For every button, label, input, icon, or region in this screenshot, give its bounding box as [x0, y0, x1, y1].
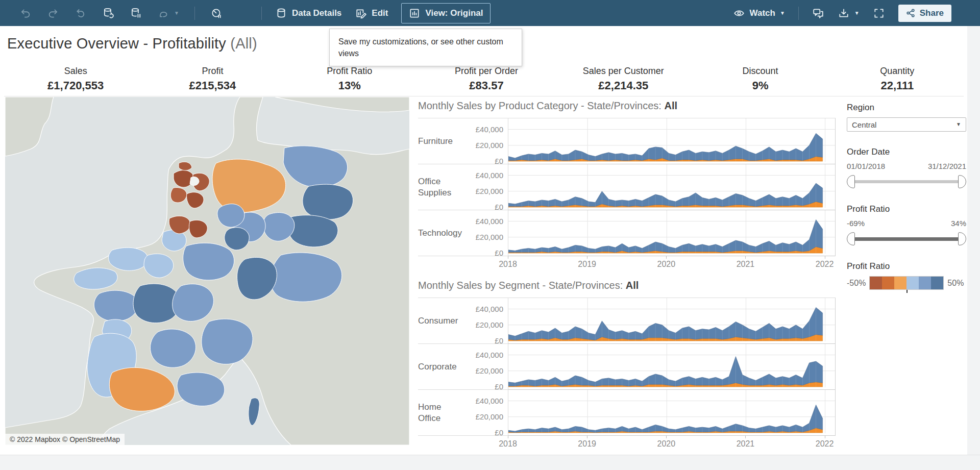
map-region[interactable]: [217, 204, 244, 228]
x-tick: [825, 436, 825, 438]
redo-icon[interactable]: [47, 7, 59, 19]
kpi-value: 9%: [692, 79, 828, 92]
download-button[interactable]: ▼: [838, 7, 860, 19]
kpi-value: £2,214.35: [555, 79, 692, 92]
toolbar-separator: [194, 7, 195, 20]
kpi-label: Discount: [692, 66, 828, 77]
profit-ratio-max: 34%: [951, 219, 966, 228]
slider-track[interactable]: [850, 180, 963, 183]
profit-ratio-min: -69%: [847, 219, 865, 228]
chart-title-emphasis: All: [664, 100, 677, 111]
x-tick-label: 2022: [816, 260, 834, 269]
x-tick: [587, 256, 587, 259]
profitability-map[interactable]: © 2022 Mapbox © OpenStreetMap: [5, 97, 409, 445]
refresh-data-icon[interactable]: [102, 7, 114, 19]
chart-title: Monthly Sales by Segment - State/Provinc…: [418, 280, 837, 291]
kpi-label: Quantity: [829, 66, 966, 77]
chart-grid-segment: Consumer£40,000£20,000£0Corporate£40,000…: [418, 298, 837, 451]
area-series-blue[interactable]: [508, 219, 823, 252]
map-region[interactable]: [183, 243, 234, 280]
data-details-button[interactable]: Data Details: [275, 7, 341, 19]
kpi-label: Profit Ratio: [281, 66, 418, 77]
y-tick-label: £20,000: [476, 233, 503, 241]
view-original-button[interactable]: View: Original: [401, 3, 490, 23]
y-axis: £40,000£20,000£0: [465, 118, 508, 164]
area-plot[interactable]: [508, 298, 836, 344]
order-date-filter: Order Date 01/01/2018 31/12/2021: [847, 147, 966, 189]
legend-swatch[interactable]: [882, 277, 894, 289]
legend-swatch[interactable]: [919, 277, 931, 289]
map-region[interactable]: [150, 329, 195, 367]
area-plot[interactable]: [508, 390, 836, 436]
kpi-label: Sales per Customer: [555, 66, 692, 77]
area-plot[interactable]: [508, 164, 836, 210]
metrics-icon[interactable]: [210, 7, 223, 19]
loop-button[interactable]: ▼: [157, 7, 179, 19]
profit-ratio-label: Profit Ratio: [847, 204, 966, 214]
x-tick-label: 2018: [499, 439, 517, 449]
region-dropdown[interactable]: Central ▼: [847, 117, 966, 132]
y-axis: £40,000£20,000£0: [465, 298, 508, 344]
map-region[interactable]: [109, 248, 148, 270]
slider-handle-left[interactable]: [847, 232, 855, 245]
legend-swatch[interactable]: [870, 277, 882, 289]
x-tick-label: 2021: [737, 439, 755, 449]
filter-panel: Region Central ▼ Order Date 01/01/2018 3…: [847, 103, 966, 305]
x-tick-label: 2018: [499, 260, 517, 269]
watch-button[interactable]: Watch ▼: [733, 7, 785, 19]
pause-data-icon[interactable]: [130, 7, 142, 19]
kpi: Profit Ratio13%: [281, 66, 418, 92]
area-plot[interactable]: [508, 118, 836, 164]
legend-swatch[interactable]: [931, 277, 943, 289]
row-label: Office Supplies: [418, 164, 465, 210]
y-tick-label: £40,000: [476, 351, 503, 359]
x-tick: [587, 436, 587, 438]
x-tick: [825, 256, 825, 259]
europe-choropleth: [5, 97, 409, 445]
edit-button[interactable]: Edit: [355, 7, 388, 19]
x-tick: [745, 436, 746, 438]
row-label: Furniture: [418, 118, 465, 164]
profit-ratio-filter: Profit Ratio -69% 34%: [847, 204, 966, 246]
legend-swatch[interactable]: [906, 277, 919, 289]
fullscreen-icon[interactable]: [873, 7, 885, 19]
area-series-blue[interactable]: [508, 133, 823, 160]
loop-icon: [157, 7, 169, 19]
chart-title-text: Monthly Sales by Segment - State/Provinc…: [418, 280, 626, 291]
y-tick-label: £0: [495, 428, 503, 437]
kpi: Sales per Customer£2,214.35: [555, 66, 692, 92]
slider-handle-right[interactable]: [958, 175, 966, 188]
map-region[interactable]: [94, 290, 138, 321]
area-series-blue[interactable]: [508, 357, 823, 386]
comments-icon[interactable]: [812, 7, 824, 19]
map-region[interactable]: [225, 228, 249, 250]
area-series-blue[interactable]: [508, 405, 823, 432]
legend-center-tick: [906, 290, 908, 293]
map-region[interactable]: [303, 184, 353, 219]
undo-icon[interactable]: [19, 7, 32, 19]
map-attribution[interactable]: © 2022 Mapbox © OpenStreetMap: [5, 434, 125, 445]
revert-icon[interactable]: [75, 7, 87, 19]
profit-ratio-slider[interactable]: [847, 232, 966, 246]
area-plot[interactable]: [508, 344, 836, 390]
area-plot[interactable]: [508, 210, 836, 256]
chart-title-text: Monthly Sales by Product Category - Stat…: [418, 100, 664, 111]
legend-max-label: 50%: [947, 279, 964, 288]
share-button[interactable]: Share: [898, 5, 951, 22]
y-tick-label: £20,000: [476, 412, 503, 421]
edit-icon: [355, 7, 367, 19]
slider-handle-right[interactable]: [958, 232, 966, 245]
area-series-blue[interactable]: [508, 183, 823, 206]
y-tick-label: £40,000: [476, 305, 503, 313]
kpi-value: 13%: [281, 79, 418, 92]
order-date-slider[interactable]: [847, 175, 966, 189]
slider-handle-left[interactable]: [847, 175, 855, 188]
map-region[interactable]: [270, 253, 341, 302]
area-series-blue[interactable]: [508, 307, 823, 340]
legend-swatch[interactable]: [894, 277, 906, 289]
chart-segment: Monthly Sales by Segment - State/Provinc…: [418, 280, 837, 451]
slider-track[interactable]: [850, 237, 963, 241]
legend-color-ramp[interactable]: [869, 276, 944, 290]
bottom-scroll-area[interactable]: [0, 455, 980, 470]
x-tick: [745, 256, 746, 259]
